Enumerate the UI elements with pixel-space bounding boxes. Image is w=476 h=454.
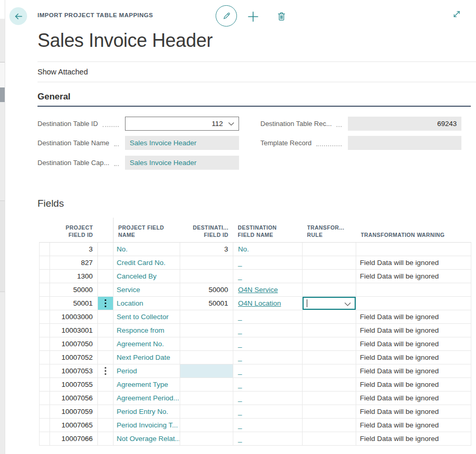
chevron-down-icon[interactable] — [344, 302, 351, 307]
header-destination-field-id[interactable]: DESTINATI... FIELD ID — [180, 218, 233, 242]
project-field-name-link[interactable]: Service — [117, 286, 140, 294]
row-selector-cell[interactable] — [40, 337, 50, 350]
row-selector-cell[interactable] — [40, 296, 50, 310]
header-project-field-id[interactable]: PROJECT FIELD ID — [50, 218, 98, 242]
destination-field-id-cell[interactable] — [180, 256, 233, 269]
edit-button[interactable] — [216, 5, 237, 27]
project-field-name-cell[interactable]: Canceled By — [114, 269, 180, 283]
row-selector-cell[interactable] — [40, 269, 50, 283]
destination-field-name-link[interactable]: O4N Location — [238, 299, 281, 307]
add-row-button[interactable] — [246, 10, 260, 23]
destination-field-name-link[interactable]: _ — [238, 259, 242, 267]
project-field-name-link[interactable]: No. — [117, 245, 128, 253]
transformation-rule-cell[interactable] — [303, 256, 356, 269]
destination-field-name-cell[interactable]: _ — [233, 310, 303, 323]
row-indicator-cell[interactable] — [98, 310, 114, 323]
destination-field-name-link[interactable]: _ — [238, 354, 242, 361]
transformation-rule-cell[interactable] — [303, 391, 356, 405]
project-field-id-cell[interactable]: 10007055 — [50, 377, 98, 391]
row-indicator-cell[interactable] — [98, 256, 114, 269]
destination-field-name-cell[interactable]: _ — [233, 337, 303, 350]
destination-table-name-field[interactable]: Sales Invoice Header — [125, 136, 239, 150]
destination-field-id-cell[interactable] — [180, 405, 233, 418]
destination-field-name-cell[interactable]: _ — [233, 405, 303, 418]
project-field-id-cell[interactable]: 10007052 — [50, 350, 98, 364]
row-selector-cell[interactable] — [40, 242, 50, 256]
transformation-rule-cell[interactable] — [303, 323, 356, 337]
destination-field-name-cell[interactable]: _ — [233, 432, 303, 445]
destination-field-name-link[interactable]: _ — [238, 340, 242, 348]
transformation-rule-cell[interactable] — [303, 283, 356, 296]
transformation-rule-cell[interactable] — [303, 296, 356, 310]
project-field-name-link[interactable]: Canceled By — [117, 272, 157, 280]
project-field-name-link[interactable]: Agreement Period... — [117, 394, 179, 402]
project-field-name-link[interactable]: Next Period Date — [117, 354, 170, 361]
destination-field-name-cell[interactable]: _ — [233, 256, 303, 269]
general-section-title[interactable]: General — [37, 92, 70, 102]
destination-field-name-cell[interactable]: _ — [233, 269, 303, 283]
row-selector-cell[interactable] — [40, 377, 50, 391]
destination-table-record-field[interactable]: 69243 — [348, 117, 461, 131]
row-indicator-cell[interactable] — [98, 377, 114, 391]
destination-field-id-cell[interactable] — [180, 391, 233, 405]
row-selector-cell[interactable] — [40, 432, 50, 445]
project-field-name-cell[interactable]: Sent to Collector — [114, 310, 180, 323]
destination-field-id-cell[interactable] — [180, 323, 233, 337]
row-indicator-cell[interactable] — [98, 283, 114, 296]
transformation-rule-cell[interactable] — [303, 377, 356, 391]
row-indicator-cell[interactable] — [98, 432, 114, 445]
destination-field-name-cell[interactable]: O4N Location — [233, 296, 303, 310]
project-field-name-cell[interactable]: Next Period Date — [114, 350, 180, 364]
project-field-name-link[interactable]: Credit Card No. — [117, 259, 166, 267]
row-selector-cell[interactable] — [40, 364, 50, 377]
project-field-name-cell[interactable]: Location — [114, 296, 180, 310]
header-destination-field-name[interactable]: DESTINATION FIELD NAME — [233, 218, 303, 242]
project-field-name-link[interactable]: Agreement Type — [117, 381, 168, 388]
destination-field-name-cell[interactable]: _ — [233, 391, 303, 405]
transformation-rule-cell[interactable] — [303, 364, 356, 377]
destination-field-name-link[interactable]: O4N Service — [238, 286, 278, 294]
destination-field-name-link[interactable]: No. — [238, 245, 249, 253]
destination-field-name-link[interactable]: _ — [238, 326, 242, 334]
destination-field-name-cell[interactable]: _ — [233, 350, 303, 364]
row-selector-cell[interactable] — [40, 405, 50, 418]
destination-field-name-link[interactable]: _ — [238, 367, 242, 375]
transformation-rule-cell[interactable] — [303, 350, 356, 364]
template-record-field[interactable] — [348, 136, 461, 150]
transformation-rule-cell[interactable] — [303, 337, 356, 350]
destination-field-name-cell[interactable]: _ — [233, 364, 303, 377]
destination-field-name-link[interactable]: _ — [238, 435, 242, 443]
project-field-id-cell[interactable]: 827 — [50, 256, 98, 269]
project-field-id-cell[interactable]: 10003001 — [50, 323, 98, 337]
project-field-name-cell[interactable]: Credit Card No. — [114, 256, 180, 269]
row-indicator-cell[interactable] — [98, 337, 114, 350]
header-transformation-rule[interactable]: TRANSFOR... RULE — [303, 218, 356, 242]
back-button[interactable] — [9, 7, 27, 25]
project-field-id-cell[interactable]: 10007066 — [50, 432, 98, 445]
project-field-name-cell[interactable]: No. — [114, 242, 180, 256]
project-field-name-cell[interactable]: Period — [114, 364, 180, 377]
destination-field-id-cell[interactable]: 3 — [180, 242, 233, 256]
kebab-menu-icon[interactable] — [105, 367, 106, 375]
destination-field-name-cell[interactable]: _ — [233, 418, 303, 432]
destination-field-id-cell[interactable] — [180, 432, 233, 445]
project-field-id-cell[interactable]: 3 — [50, 242, 98, 256]
project-field-id-cell[interactable]: 10007056 — [50, 391, 98, 405]
destination-field-name-link[interactable]: _ — [238, 272, 242, 280]
project-field-name-cell[interactable]: Period Entry No. — [114, 405, 180, 418]
project-field-id-cell[interactable]: 10007053 — [50, 364, 98, 377]
project-field-name-cell[interactable]: Period Invoicing T... — [114, 418, 180, 432]
project-field-name-cell[interactable]: Agreement Type — [114, 377, 180, 391]
project-field-name-link[interactable]: Period Entry No. — [117, 408, 168, 415]
row-indicator-cell[interactable] — [98, 269, 114, 283]
destination-field-id-cell[interactable] — [180, 350, 233, 364]
row-indicator-cell[interactable] — [98, 364, 114, 377]
row-indicator-cell[interactable] — [98, 323, 114, 337]
row-selector-cell[interactable] — [40, 391, 50, 405]
destination-field-id-cell[interactable] — [180, 310, 233, 323]
project-field-id-cell[interactable]: 1300 — [50, 269, 98, 283]
row-selector-cell[interactable] — [40, 256, 50, 269]
project-field-id-cell[interactable]: 10007065 — [50, 418, 98, 432]
project-field-name-link[interactable]: Period Invoicing T... — [117, 421, 178, 429]
project-field-name-link[interactable]: Agreement No. — [117, 340, 164, 348]
